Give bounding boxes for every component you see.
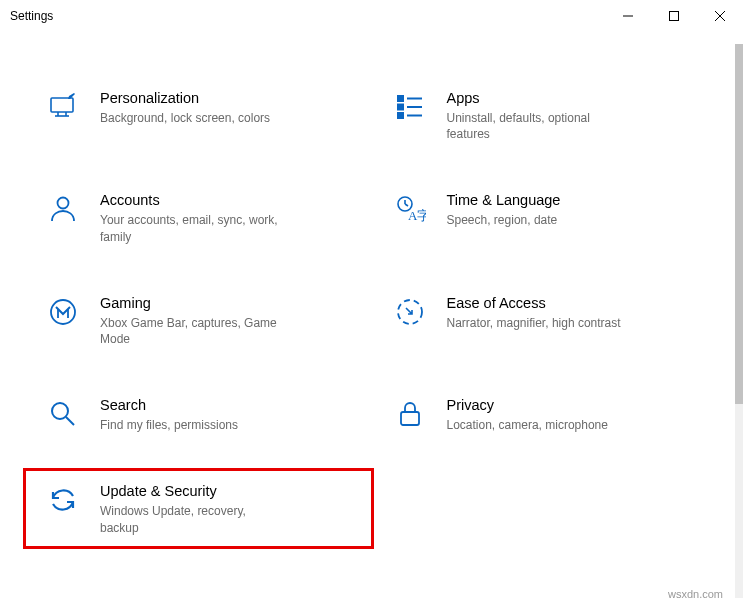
tile-update-security[interactable]: Update & SecurityWindows Update, recover… (30, 475, 367, 541)
update-security-icon (46, 483, 80, 517)
scrollbar[interactable] (735, 44, 743, 598)
tile-desc: Xbox Game Bar, captures, Game Mode (100, 315, 280, 347)
svg-point-14 (58, 198, 69, 209)
ease-of-access-icon (393, 295, 427, 329)
svg-rect-12 (398, 113, 403, 118)
tile-desc: Location, camera, microphone (447, 417, 608, 433)
svg-text:A字: A字 (408, 208, 426, 223)
time-language-icon: A字 (393, 192, 427, 226)
tile-accounts[interactable]: AccountsYour accounts, email, sync, work… (30, 184, 367, 250)
tile-desc: Your accounts, email, sync, work, family (100, 212, 280, 244)
svg-point-21 (52, 403, 68, 419)
tile-title: Personalization (100, 90, 270, 106)
svg-rect-10 (398, 105, 403, 110)
minimize-button[interactable] (605, 0, 651, 32)
watermark: wsxdn.com (668, 588, 723, 600)
tile-title: Apps (447, 90, 627, 106)
tile-text: GamingXbox Game Bar, captures, Game Mode (100, 293, 280, 347)
tile-privacy[interactable]: PrivacyLocation, camera, microphone (377, 389, 714, 439)
window-title: Settings (10, 9, 605, 23)
tile-text: PrivacyLocation, camera, microphone (447, 395, 608, 433)
tile-apps[interactable]: AppsUninstall, defaults, optional featur… (377, 82, 714, 148)
titlebar: Settings (0, 0, 743, 32)
tile-gaming[interactable]: GamingXbox Game Bar, captures, Game Mode (30, 287, 367, 353)
tile-desc: Background, lock screen, colors (100, 110, 270, 126)
tile-search[interactable]: SearchFind my files, permissions (30, 389, 367, 439)
personalization-icon (46, 90, 80, 124)
scrollbar-thumb[interactable] (735, 44, 743, 404)
svg-rect-8 (398, 96, 403, 101)
tile-title: Search (100, 397, 238, 413)
tile-text: PersonalizationBackground, lock screen, … (100, 88, 270, 126)
window-controls (605, 0, 743, 32)
tile-personalization[interactable]: PersonalizationBackground, lock screen, … (30, 82, 367, 148)
tile-title: Ease of Access (447, 295, 621, 311)
svg-rect-1 (670, 12, 679, 21)
tile-text: Time & LanguageSpeech, region, date (447, 190, 561, 228)
tile-desc: Narrator, magnifier, high contrast (447, 315, 621, 331)
tile-desc: Windows Update, recovery, backup (100, 503, 280, 535)
tile-text: AccountsYour accounts, email, sync, work… (100, 190, 280, 244)
svg-point-19 (51, 300, 75, 324)
privacy-icon (393, 397, 427, 431)
tile-title: Gaming (100, 295, 280, 311)
tile-text: AppsUninstall, defaults, optional featur… (447, 88, 627, 142)
tile-ease-of-access[interactable]: Ease of AccessNarrator, magnifier, high … (377, 287, 714, 353)
maximize-button[interactable] (651, 0, 697, 32)
svg-rect-23 (401, 412, 419, 425)
tile-title: Update & Security (100, 483, 280, 499)
close-button[interactable] (697, 0, 743, 32)
tile-text: SearchFind my files, permissions (100, 395, 238, 433)
tile-desc: Uninstall, defaults, optional features (447, 110, 627, 142)
tile-desc: Find my files, permissions (100, 417, 238, 433)
apps-icon (393, 90, 427, 124)
gaming-icon (46, 295, 80, 329)
svg-line-17 (405, 204, 408, 206)
tile-text: Ease of AccessNarrator, magnifier, high … (447, 293, 621, 331)
tile-desc: Speech, region, date (447, 212, 561, 228)
svg-line-22 (66, 417, 74, 425)
svg-rect-4 (51, 98, 73, 112)
tile-title: Time & Language (447, 192, 561, 208)
accounts-icon (46, 192, 80, 226)
tile-title: Accounts (100, 192, 280, 208)
search-icon (46, 397, 80, 431)
tile-title: Privacy (447, 397, 608, 413)
tile-time-language[interactable]: A字 Time & LanguageSpeech, region, date (377, 184, 714, 250)
settings-grid: PersonalizationBackground, lock screen, … (0, 32, 743, 562)
tile-text: Update & SecurityWindows Update, recover… (100, 481, 280, 535)
